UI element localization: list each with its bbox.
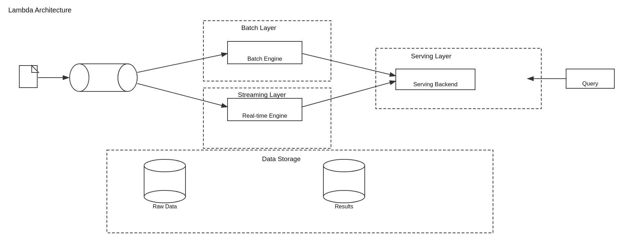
svg-line-12 <box>137 53 228 72</box>
svg-line-13 <box>137 83 228 107</box>
serving-layer-label: Serving Layer <box>411 52 451 60</box>
svg-point-29 <box>144 190 185 203</box>
svg-marker-3 <box>32 66 39 72</box>
batch-engine-label: Batch Engine <box>228 48 302 70</box>
svg-rect-4 <box>79 64 128 91</box>
svg-rect-9 <box>128 64 137 91</box>
svg-point-31 <box>323 159 365 172</box>
query-label: Query <box>566 74 614 93</box>
arrows-overlay <box>0 0 644 247</box>
svg-rect-22 <box>228 98 302 121</box>
svg-rect-30 <box>323 166 365 197</box>
svg-point-5 <box>70 64 89 91</box>
results-label: Results <box>323 204 365 210</box>
serving-backend-label: Serving Backend <box>396 74 475 95</box>
data-storage-label: Data Storage <box>262 155 301 163</box>
svg-point-34 <box>323 190 365 203</box>
svg-point-6 <box>118 64 137 91</box>
svg-rect-2 <box>19 66 37 88</box>
realtime-engine-label: Real-time Engine <box>228 105 302 127</box>
svg-point-10 <box>118 64 137 91</box>
raw-data-label: Raw Data <box>144 204 185 210</box>
diagram-title: Lambda Architecture <box>8 6 71 14</box>
diagram-container: Lambda Architecture <box>0 0 644 247</box>
svg-line-14 <box>302 53 396 76</box>
svg-point-26 <box>144 159 185 172</box>
svg-rect-25 <box>144 166 185 197</box>
svg-rect-19 <box>376 48 541 109</box>
svg-line-15 <box>302 81 396 107</box>
batch-layer-label: Batch Layer <box>241 24 276 32</box>
svg-rect-24 <box>566 69 614 88</box>
streaming-layer-label: Streaming Layer <box>238 91 286 99</box>
svg-rect-21 <box>228 41 302 64</box>
svg-rect-23 <box>396 69 475 90</box>
